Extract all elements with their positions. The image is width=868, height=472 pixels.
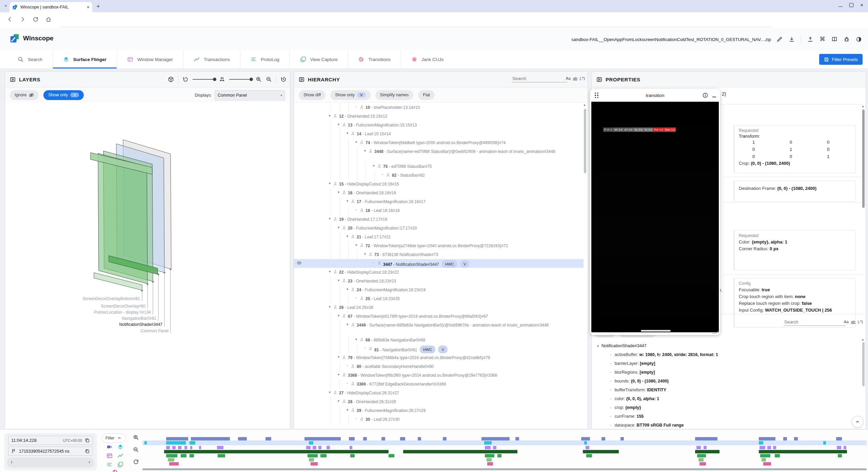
expand-arrow-icon[interactable]: ▾	[347, 199, 348, 203]
zoom-in-icon[interactable]	[256, 76, 262, 82]
trace-block[interactable]	[363, 437, 367, 440]
trace-block[interactable]	[487, 462, 493, 466]
trace-block[interactable]	[403, 450, 517, 453]
trace-block[interactable]	[172, 446, 176, 449]
expand-arrow-icon[interactable]: ▾	[338, 122, 339, 126]
hierarchy-node[interactable]: ▾Д16 - OneHanded:16:16#16	[294, 189, 584, 197]
hierarchy-node[interactable]: ▾Д15 - HideDisplayCutout:16:16#15	[294, 180, 584, 189]
chip-show-only[interactable]: Show onlyV	[330, 90, 370, 100]
whole-word-toggle[interactable]: ab	[573, 76, 577, 80]
back-icon[interactable]	[7, 16, 13, 22]
timeline-reset-icon[interactable]	[133, 459, 139, 465]
collapse-panel-icon[interactable]	[10, 77, 16, 82]
expand-arrow-icon[interactable]: ▾	[373, 164, 375, 168]
trace-block[interactable]	[166, 454, 177, 457]
browser-tab[interactable]: Winscope | sandbox-FAIL ×	[9, 2, 92, 12]
zoom-to-selection-icon[interactable]	[133, 434, 139, 440]
video-camera-trace-icon[interactable]	[106, 444, 113, 450]
drag-handle-icon[interactable]	[595, 93, 598, 98]
expand-arrow-icon[interactable]: ▾	[329, 390, 331, 394]
collapse-panel-icon[interactable]	[596, 77, 602, 82]
trace-block[interactable]	[485, 454, 494, 457]
bug-icon[interactable]	[844, 36, 850, 42]
chip-show-diff[interactable]: Show diff	[299, 90, 326, 100]
trace-block[interactable]	[350, 454, 355, 457]
list-trace-icon[interactable]	[106, 461, 113, 468]
layer-label[interactable]: ScreenDecorOverlayBottom#61	[83, 296, 140, 301]
hierarchy-node[interactable]: ▾Д74 - WindowToken{fdddbe6 type=2000 and…	[294, 138, 584, 147]
expand-arrow-icon[interactable]: ▾	[338, 314, 339, 317]
trace-block[interactable]	[144, 441, 146, 445]
trace-block[interactable]	[418, 437, 421, 440]
hierarchy-node[interactable]: •Д18 - Leaf:16:16#18	[294, 206, 584, 215]
trace-block[interactable]	[581, 437, 590, 440]
trace-block[interactable]	[168, 458, 174, 461]
match-case-toggle[interactable]: Aa	[566, 76, 571, 80]
hierarchy-node[interactable]: ▾Д29 - FullscreenMagnification:26:27#29	[294, 406, 584, 415]
expand-arrow-icon[interactable]: ▾	[329, 114, 331, 117]
proto-property[interactable]: •activeBuffer: w: 1080, h: 2400, stride:…	[594, 350, 861, 359]
proto-search-input[interactable]	[784, 318, 845, 326]
hierarchy-node[interactable]: •Д3369 - 67726bf EdgeBackGestureHandler0…	[294, 380, 584, 389]
trace-block[interactable]	[601, 437, 605, 440]
command-icon[interactable]: ⌘	[820, 36, 825, 42]
expand-arrow-icon[interactable]: ▾	[338, 399, 339, 403]
window-trace-icon[interactable]	[106, 453, 113, 459]
trace-block[interactable]	[844, 446, 847, 449]
expand-arrow-icon[interactable]: ▾	[338, 373, 339, 376]
trace-block[interactable]	[586, 454, 592, 457]
trace-block[interactable]	[381, 437, 385, 440]
trace-block[interactable]	[699, 462, 706, 466]
expand-arrow-icon[interactable]: ▾	[355, 243, 357, 247]
expand-arrow-icon[interactable]: ▾	[338, 225, 339, 229]
proto-scrollbar[interactable]: ▲	[862, 338, 865, 427]
hierarchy-node[interactable]: •Д10 - ImePlaceholder:13:14#10	[294, 103, 584, 112]
trace-filter-chip[interactable]: Filter	[102, 433, 126, 443]
expand-arrow-icon[interactable]: ▾	[347, 287, 348, 291]
filter-presets-button[interactable]: Filter Presets	[819, 54, 863, 65]
trace-block[interactable]	[836, 437, 842, 440]
zoom-out-icon[interactable]	[266, 76, 272, 82]
expand-arrow-icon[interactable]: ▾	[355, 337, 357, 341]
trace-block[interactable]	[169, 462, 179, 466]
forward-icon[interactable]	[20, 16, 26, 22]
hierarchy-node[interactable]: ▾Д19 - OneHanded:17:17#19	[294, 215, 584, 224]
reset-view-icon[interactable]	[280, 76, 287, 82]
trace-block[interactable]	[309, 458, 314, 461]
hierarchy-node[interactable]: ▾Д72 - WindowToken{a2746de type=2040 and…	[294, 241, 584, 250]
whole-word-toggle[interactable]: ab	[851, 320, 855, 324]
upload-icon[interactable]	[807, 36, 813, 42]
trace-block[interactable]	[181, 454, 186, 457]
proto-property[interactable]: •bufferTransform: IDENTITY	[594, 386, 861, 394]
tab-window-manager[interactable]: Window Manager	[117, 50, 183, 68]
collapse-timeline-button[interactable]	[852, 416, 863, 428]
trace-block[interactable]	[166, 437, 188, 440]
layer-label[interactable]: NotificationShade#3447	[119, 322, 162, 327]
trace-block[interactable]	[311, 462, 318, 466]
book-icon[interactable]	[831, 36, 837, 42]
trace-block[interactable]	[767, 446, 771, 449]
trace-block[interactable]	[306, 446, 311, 449]
expand-arrow-icon[interactable]: ▾	[355, 140, 357, 144]
tab-close-icon[interactable]: ×	[87, 4, 90, 10]
hierarchy-node[interactable]: ▾Д75 - ed70f88 StatusBar#75	[294, 162, 584, 171]
expand-arrow-icon[interactable]: ▾	[347, 408, 348, 412]
timeline-zoom-out-icon[interactable]	[133, 447, 139, 453]
trace-block[interactable]	[484, 441, 491, 445]
trace-block[interactable]	[838, 454, 842, 457]
hierarchy-node[interactable]: ▾Д17 - FullscreenMagnification:16:16#17	[294, 197, 584, 206]
hierarchy-node[interactable]: •Д30 - Leaf:26:27#30	[294, 415, 584, 424]
trace-block[interactable]	[487, 458, 492, 461]
trace-block[interactable]	[759, 441, 763, 445]
spiral-trace-icon[interactable]	[112, 469, 118, 472]
timeline-scrollbar[interactable]	[142, 468, 867, 470]
trace-block[interactable]	[773, 446, 776, 449]
trace-block[interactable]	[389, 454, 394, 457]
chip-flat[interactable]: Flat	[418, 90, 435, 100]
trace-block[interactable]	[497, 454, 502, 457]
timeline-tracks[interactable]	[142, 436, 867, 468]
3d-view-icon[interactable]	[168, 76, 174, 82]
copy-icon[interactable]	[85, 438, 90, 443]
trace-block[interactable]	[350, 446, 353, 449]
info-icon[interactable]	[702, 92, 708, 98]
